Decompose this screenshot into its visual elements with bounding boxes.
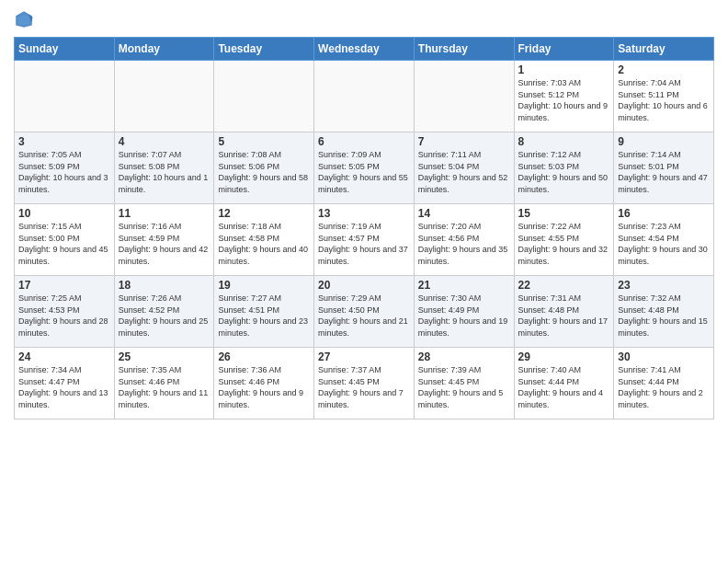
day-number: 26 — [218, 350, 310, 363]
day-number: 25 — [119, 350, 210, 363]
calendar-week-row: 10Sunrise: 7:15 AM Sunset: 5:00 PM Dayli… — [15, 204, 714, 276]
day-info: Sunrise: 7:22 AM Sunset: 4:55 PM Dayligh… — [518, 221, 610, 267]
day-of-week-header: Thursday — [414, 38, 514, 61]
calendar-cell: 7Sunrise: 7:11 AM Sunset: 5:04 PM Daylig… — [414, 132, 514, 204]
day-info: Sunrise: 7:34 AM Sunset: 4:47 PM Dayligh… — [18, 364, 110, 410]
calendar-cell: 8Sunrise: 7:12 AM Sunset: 5:03 PM Daylig… — [514, 132, 614, 204]
calendar-cell: 11Sunrise: 7:16 AM Sunset: 4:59 PM Dayli… — [114, 204, 214, 276]
day-number: 11 — [119, 207, 210, 220]
calendar-cell — [114, 61, 214, 132]
day-info: Sunrise: 7:19 AM Sunset: 4:57 PM Dayligh… — [318, 221, 410, 267]
day-number: 4 — [119, 135, 210, 148]
day-of-week-header: Saturday — [614, 38, 714, 61]
calendar-cell: 25Sunrise: 7:35 AM Sunset: 4:46 PM Dayli… — [114, 348, 214, 419]
calendar-cell: 30Sunrise: 7:41 AM Sunset: 4:44 PM Dayli… — [614, 348, 714, 419]
day-info: Sunrise: 7:30 AM Sunset: 4:49 PM Dayligh… — [418, 293, 510, 339]
calendar-cell: 27Sunrise: 7:37 AM Sunset: 4:45 PM Dayli… — [314, 348, 415, 419]
day-number: 23 — [618, 279, 710, 292]
day-info: Sunrise: 7:32 AM Sunset: 4:48 PM Dayligh… — [618, 293, 710, 339]
calendar-cell: 6Sunrise: 7:09 AM Sunset: 5:05 PM Daylig… — [314, 132, 415, 204]
day-info: Sunrise: 7:40 AM Sunset: 4:44 PM Dayligh… — [518, 364, 610, 410]
day-info: Sunrise: 7:12 AM Sunset: 5:03 PM Dayligh… — [518, 149, 610, 195]
day-info: Sunrise: 7:25 AM Sunset: 4:53 PM Dayligh… — [18, 293, 110, 339]
day-number: 5 — [218, 135, 310, 148]
day-info: Sunrise: 7:20 AM Sunset: 4:56 PM Dayligh… — [418, 221, 510, 267]
day-number: 19 — [218, 279, 310, 292]
calendar-cell: 24Sunrise: 7:34 AM Sunset: 4:47 PM Dayli… — [15, 348, 115, 419]
calendar-cell: 26Sunrise: 7:36 AM Sunset: 4:46 PM Dayli… — [214, 348, 314, 419]
day-info: Sunrise: 7:05 AM Sunset: 5:09 PM Dayligh… — [18, 149, 110, 195]
calendar-cell: 29Sunrise: 7:40 AM Sunset: 4:44 PM Dayli… — [514, 348, 614, 419]
logo — [14, 9, 38, 29]
day-of-week-header: Wednesday — [314, 38, 415, 61]
day-info: Sunrise: 7:27 AM Sunset: 4:51 PM Dayligh… — [218, 293, 310, 339]
day-info: Sunrise: 7:11 AM Sunset: 5:04 PM Dayligh… — [418, 149, 510, 195]
calendar-cell: 22Sunrise: 7:31 AM Sunset: 4:48 PM Dayli… — [514, 276, 614, 348]
day-number: 13 — [318, 207, 410, 220]
day-number: 3 — [18, 135, 110, 148]
calendar-cell — [314, 61, 415, 132]
calendar-cell: 23Sunrise: 7:32 AM Sunset: 4:48 PM Dayli… — [614, 276, 714, 348]
calendar-week-row: 24Sunrise: 7:34 AM Sunset: 4:47 PM Dayli… — [15, 348, 714, 419]
calendar-cell: 15Sunrise: 7:22 AM Sunset: 4:55 PM Dayli… — [514, 204, 614, 276]
calendar-cell: 18Sunrise: 7:26 AM Sunset: 4:52 PM Dayli… — [114, 276, 214, 348]
calendar-week-row: 1Sunrise: 7:03 AM Sunset: 5:12 PM Daylig… — [15, 61, 714, 132]
calendar-cell: 10Sunrise: 7:15 AM Sunset: 5:00 PM Dayli… — [15, 204, 115, 276]
logo-icon — [14, 9, 34, 29]
calendar-cell: 21Sunrise: 7:30 AM Sunset: 4:49 PM Dayli… — [414, 276, 514, 348]
calendar-cell: 3Sunrise: 7:05 AM Sunset: 5:09 PM Daylig… — [15, 132, 115, 204]
day-number: 21 — [418, 279, 510, 292]
day-number: 27 — [318, 350, 410, 363]
day-number: 22 — [518, 279, 610, 292]
day-info: Sunrise: 7:36 AM Sunset: 4:46 PM Dayligh… — [218, 364, 310, 410]
calendar-cell: 5Sunrise: 7:08 AM Sunset: 5:06 PM Daylig… — [214, 132, 314, 204]
day-info: Sunrise: 7:41 AM Sunset: 4:44 PM Dayligh… — [618, 364, 710, 410]
calendar-cell — [214, 61, 314, 132]
calendar-cell — [414, 61, 514, 132]
day-number: 2 — [618, 63, 710, 76]
day-info: Sunrise: 7:26 AM Sunset: 4:52 PM Dayligh… — [119, 293, 210, 339]
day-number: 1 — [518, 63, 610, 76]
day-number: 20 — [318, 279, 410, 292]
day-number: 9 — [618, 135, 710, 148]
day-number: 30 — [618, 350, 710, 363]
calendar-cell: 12Sunrise: 7:18 AM Sunset: 4:58 PM Dayli… — [214, 204, 314, 276]
calendar-cell: 2Sunrise: 7:04 AM Sunset: 5:11 PM Daylig… — [614, 61, 714, 132]
calendar-cell: 13Sunrise: 7:19 AM Sunset: 4:57 PM Dayli… — [314, 204, 415, 276]
calendar-cell — [15, 61, 115, 132]
day-number: 14 — [418, 207, 510, 220]
day-info: Sunrise: 7:15 AM Sunset: 5:00 PM Dayligh… — [18, 221, 110, 267]
calendar-cell: 9Sunrise: 7:14 AM Sunset: 5:01 PM Daylig… — [614, 132, 714, 204]
day-info: Sunrise: 7:23 AM Sunset: 4:54 PM Dayligh… — [618, 221, 710, 267]
day-of-week-header: Friday — [514, 38, 614, 61]
calendar-week-row: 17Sunrise: 7:25 AM Sunset: 4:53 PM Dayli… — [15, 276, 714, 348]
day-number: 8 — [518, 135, 610, 148]
day-info: Sunrise: 7:18 AM Sunset: 4:58 PM Dayligh… — [218, 221, 310, 267]
day-of-week-header: Monday — [114, 38, 214, 61]
calendar-cell: 28Sunrise: 7:39 AM Sunset: 4:45 PM Dayli… — [414, 348, 514, 419]
day-info: Sunrise: 7:08 AM Sunset: 5:06 PM Dayligh… — [218, 149, 310, 195]
day-of-week-header: Sunday — [15, 38, 115, 61]
day-number: 10 — [18, 207, 110, 220]
calendar-cell: 17Sunrise: 7:25 AM Sunset: 4:53 PM Dayli… — [15, 276, 115, 348]
day-number: 17 — [18, 279, 110, 292]
day-number: 18 — [119, 279, 210, 292]
day-number: 6 — [318, 135, 410, 148]
calendar-cell: 14Sunrise: 7:20 AM Sunset: 4:56 PM Dayli… — [414, 204, 514, 276]
day-info: Sunrise: 7:14 AM Sunset: 5:01 PM Dayligh… — [618, 149, 710, 195]
day-info: Sunrise: 7:35 AM Sunset: 4:46 PM Dayligh… — [119, 364, 210, 410]
day-info: Sunrise: 7:16 AM Sunset: 4:59 PM Dayligh… — [119, 221, 210, 267]
day-info: Sunrise: 7:04 AM Sunset: 5:11 PM Dayligh… — [618, 77, 710, 123]
day-info: Sunrise: 7:29 AM Sunset: 4:50 PM Dayligh… — [318, 293, 410, 339]
calendar-week-row: 3Sunrise: 7:05 AM Sunset: 5:09 PM Daylig… — [15, 132, 714, 204]
day-number: 15 — [518, 207, 610, 220]
day-number: 28 — [418, 350, 510, 363]
day-info: Sunrise: 7:31 AM Sunset: 4:48 PM Dayligh… — [518, 293, 610, 339]
calendar-cell: 1Sunrise: 7:03 AM Sunset: 5:12 PM Daylig… — [514, 61, 614, 132]
calendar-cell: 20Sunrise: 7:29 AM Sunset: 4:50 PM Dayli… — [314, 276, 415, 348]
day-info: Sunrise: 7:09 AM Sunset: 5:05 PM Dayligh… — [318, 149, 410, 195]
day-number: 12 — [218, 207, 310, 220]
calendar-header-row: SundayMondayTuesdayWednesdayThursdayFrid… — [15, 38, 714, 61]
day-info: Sunrise: 7:37 AM Sunset: 4:45 PM Dayligh… — [318, 364, 410, 410]
day-number: 7 — [418, 135, 510, 148]
